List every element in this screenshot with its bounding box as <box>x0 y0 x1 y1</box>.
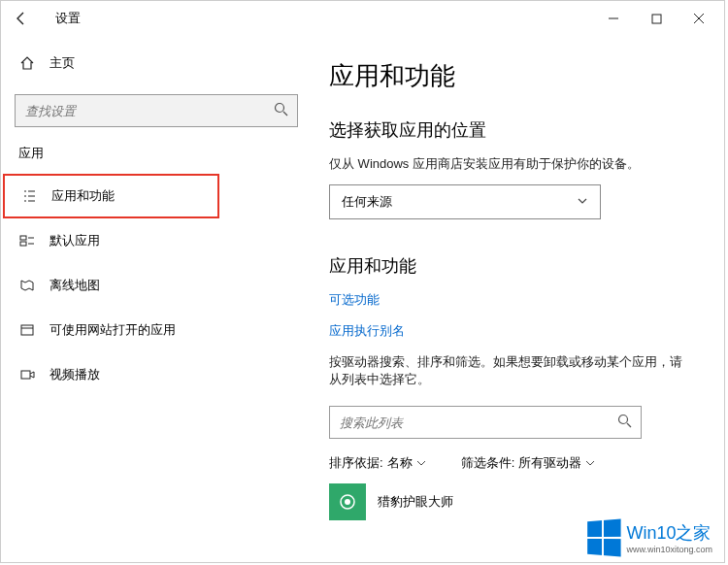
defaults-icon <box>18 232 36 249</box>
sidebar-item-label: 离线地图 <box>50 277 100 294</box>
search-icon <box>274 102 288 119</box>
filter-by-control[interactable]: 筛选条件: 所有驱动器 <box>461 454 596 472</box>
svg-point-11 <box>345 499 350 505</box>
app-list-search-input[interactable] <box>329 406 642 439</box>
website-icon <box>18 321 36 339</box>
svg-rect-6 <box>21 325 33 335</box>
search-wrap <box>15 94 298 127</box>
maximize-button[interactable] <box>635 2 678 35</box>
svg-rect-1 <box>652 15 661 23</box>
filter-label: 筛选条件: <box>461 454 515 472</box>
select-value: 任何来源 <box>342 193 392 211</box>
optional-features-link[interactable]: 可选功能 <box>329 291 691 309</box>
sidebar-item-label: 可使用网站打开的应用 <box>50 321 176 339</box>
svg-rect-5 <box>20 242 26 246</box>
install-source-help: 仅从 Windows 应用商店安装应用有助于保护你的设备。 <box>329 155 691 173</box>
titlebar: 设置 <box>1 1 724 36</box>
map-icon <box>18 277 36 294</box>
watermark-title: Win10之家 <box>626 521 712 545</box>
sidebar: 主页 应用 应用和功能 默认应用 <box>1 36 312 562</box>
sidebar-item-label: 视频播放 <box>50 366 100 383</box>
section-title-install-source: 选择获取应用的位置 <box>329 118 691 142</box>
settings-window: 设置 主页 <box>0 0 725 563</box>
windows-logo-icon <box>588 518 621 556</box>
home-label: 主页 <box>50 54 75 72</box>
app-title: 设置 <box>55 10 81 27</box>
filters-row: 排序依据: 名称 筛选条件: 所有驱动器 <box>329 454 691 472</box>
filter-value: 所有驱动器 <box>518 454 581 472</box>
chevron-down-icon <box>577 195 588 210</box>
sidebar-item-apps-features[interactable]: 应用和功能 <box>3 174 219 218</box>
svg-point-8 <box>619 415 628 424</box>
content-area: 主页 应用 应用和功能 默认应用 <box>1 36 724 562</box>
install-source-select[interactable]: 任何来源 <box>329 184 601 219</box>
sort-by-control[interactable]: 排序依据: 名称 <box>329 454 426 472</box>
app-aliases-link[interactable]: 应用执行别名 <box>329 322 691 340</box>
minimize-button[interactable] <box>592 2 635 35</box>
settings-search-input[interactable] <box>15 94 298 127</box>
svg-line-3 <box>283 112 287 116</box>
app-list-item[interactable]: 猎豹护眼大师 <box>329 483 691 520</box>
close-button[interactable] <box>678 2 720 35</box>
page-title: 应用和功能 <box>329 59 691 93</box>
search-icon <box>617 414 632 431</box>
sidebar-item-offline-maps[interactable]: 离线地图 <box>1 263 312 308</box>
back-button[interactable] <box>5 2 38 35</box>
watermark: Win10之家 www.win10xitong.com <box>585 520 712 555</box>
chevron-down-icon <box>416 456 426 471</box>
sort-value: 名称 <box>387 454 413 472</box>
list-icon <box>20 187 38 205</box>
sidebar-item-website-apps[interactable]: 可使用网站打开的应用 <box>1 308 312 352</box>
sidebar-item-default-apps[interactable]: 默认应用 <box>1 218 312 263</box>
sidebar-section-label: 应用 <box>1 127 312 174</box>
window-controls <box>592 2 720 35</box>
sidebar-item-label: 默认应用 <box>50 232 100 249</box>
svg-rect-7 <box>21 371 30 379</box>
chevron-down-icon <box>585 456 595 471</box>
sidebar-item-video-playback[interactable]: 视频播放 <box>1 352 312 397</box>
video-icon <box>18 366 36 383</box>
app-name: 猎豹护眼大师 <box>378 493 453 511</box>
home-icon <box>18 54 36 72</box>
apps-help-text: 按驱动器搜索、排序和筛选。如果想要卸载或移动某个应用，请从列表中选择它。 <box>329 353 691 388</box>
svg-rect-4 <box>20 236 26 240</box>
app-icon <box>329 483 366 520</box>
home-link[interactable]: 主页 <box>1 44 312 83</box>
sidebar-item-label: 应用和功能 <box>51 187 115 205</box>
svg-line-9 <box>627 423 631 427</box>
svg-point-2 <box>276 104 284 113</box>
sort-label: 排序依据: <box>329 454 383 472</box>
main-panel: 应用和功能 选择获取应用的位置 仅从 Windows 应用商店安装应用有助于保护… <box>312 36 724 562</box>
section-title-apps: 应用和功能 <box>329 254 691 278</box>
watermark-url: www.win10xitong.com <box>626 545 712 554</box>
app-search-wrap <box>329 406 642 439</box>
